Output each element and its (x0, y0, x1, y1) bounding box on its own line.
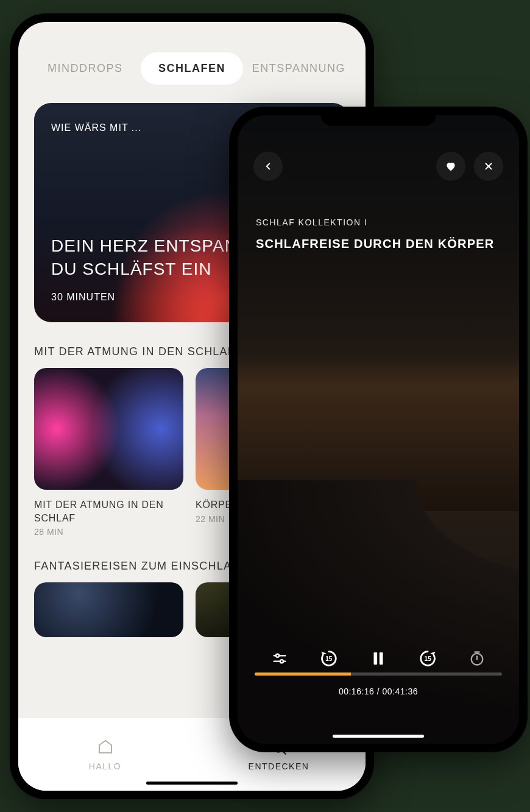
svg-rect-9 (380, 652, 383, 665)
player-meta: SCHLAF KOLLEKTION I SCHLAFREISE DURCH DE… (238, 181, 519, 251)
progress-bar[interactable]: 00:16:16 / 00:41:36 (255, 673, 502, 696)
home-indicator[interactable] (146, 782, 238, 785)
favorite-button[interactable] (436, 152, 465, 181)
tab-schlafen[interactable]: SCHLAFEN (141, 52, 242, 85)
close-icon (483, 161, 494, 172)
skip-seconds-label: 15 (319, 648, 339, 669)
tab-minddrops[interactable]: MINDDROPS (34, 52, 136, 85)
svg-rect-8 (373, 652, 377, 665)
progress-track (255, 673, 502, 676)
nav-label: HALLO (89, 761, 121, 771)
home-icon (96, 738, 115, 757)
track-title: MIT DER ATMUNG IN DEN SCHLAF (34, 498, 183, 524)
nav-hallo[interactable]: HALLO (18, 718, 192, 791)
time-current: 00:16:16 (339, 687, 375, 696)
timer-icon (468, 650, 486, 667)
nav-label: ENTDECKEN (249, 761, 309, 771)
time-label: 00:16:16 / 00:41:36 (255, 687, 502, 696)
home-indicator[interactable] (333, 735, 424, 738)
skip-seconds-label: 15 (417, 648, 438, 669)
player-track-title: SCHLAFREISE DURCH DEN KÖRPER (256, 237, 501, 251)
chevron-left-icon (263, 161, 274, 172)
forward-15-button[interactable]: 15 (415, 646, 440, 671)
progress-fill (255, 673, 351, 676)
rewind-15-button[interactable]: 15 (317, 646, 341, 671)
category-tabs: MINDDROPS SCHLAFEN ENTSPANNUNG (18, 22, 366, 103)
time-separator: / (374, 687, 382, 696)
track-card[interactable] (34, 582, 183, 637)
tab-entspannung[interactable]: ENTSPANNUNG (248, 52, 350, 85)
player-screen: SCHLAF KOLLEKTION I SCHLAFREISE DURCH DE… (238, 115, 519, 744)
phone-player: SCHLAF KOLLEKTION I SCHLAFREISE DURCH DE… (229, 107, 528, 752)
pause-button[interactable] (366, 646, 390, 671)
svg-point-5 (276, 654, 279, 657)
track-thumbnail (34, 368, 183, 490)
track-thumbnail (34, 582, 183, 637)
settings-button[interactable] (267, 646, 292, 671)
player-controls: 15 15 (238, 646, 519, 671)
back-button[interactable] (253, 152, 283, 181)
sliders-icon (271, 650, 288, 667)
player-artwork-tracks (238, 480, 519, 744)
player-collection: SCHLAF KOLLEKTION I (256, 217, 501, 227)
svg-point-7 (280, 660, 283, 663)
time-total: 00:41:36 (383, 687, 419, 696)
rewind-15-icon: 15 (319, 648, 339, 669)
track-duration: 28 MIN (34, 527, 183, 537)
notch (320, 107, 436, 126)
pause-icon (369, 649, 387, 668)
close-button[interactable] (474, 152, 503, 181)
sleep-timer-button[interactable] (465, 646, 489, 671)
heart-icon (445, 160, 457, 172)
forward-15-icon: 15 (417, 648, 438, 669)
track-card[interactable]: MIT DER ATMUNG IN DEN SCHLAF 28 MIN (34, 368, 183, 537)
